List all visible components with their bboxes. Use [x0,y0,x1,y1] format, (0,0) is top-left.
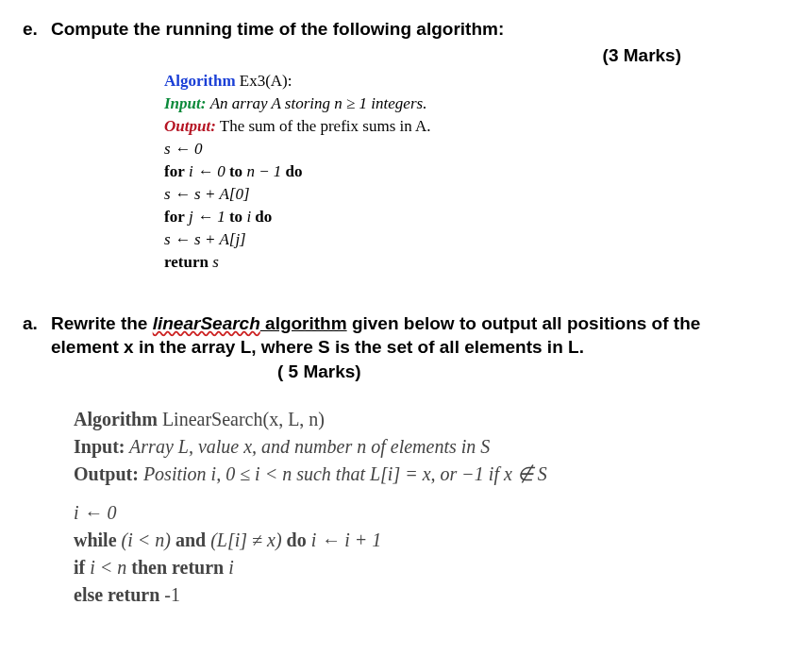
algo-line-s0: s ← 0 [164,139,762,160]
algo-line-for-i: for i ← 0 to n − 1 do [164,161,762,183]
algo-title-kw: Algorithm [164,72,236,90]
algo-output: Output: The sum of the prefix sums in A. [164,116,762,138]
question-e: e. Compute the running time of the follo… [23,17,762,42]
output-kw: Output: [164,117,216,135]
algo-title-name: Ex3(A): [240,72,292,90]
question-a: a. Rewrite the linearSearch algorithm gi… [23,311,762,405]
ls-input: Input: Array L, value x, and number n of… [74,434,762,460]
algo-input: Input: An array A storing n ≥ 1 integers… [164,93,762,115]
ls-line-while: while (i < n) and (L[i] ≠ x) do i ← i + … [74,528,762,553]
wavy-word: linearSearch [153,313,260,333]
question-e-marks: (3 Marks) [23,43,762,68]
ls-line-if: if i < n then return i [74,555,762,580]
algo-line-sA0: s ← s + A[0] [164,184,762,206]
algo-title: Algorithm Ex3(A): [164,71,762,92]
algo-line-return: return s [164,252,762,274]
ls-line-else: else return -1 [74,582,762,608]
question-a-label: a. [23,311,51,336]
question-a-text: Rewrite the linearSearch algorithm given… [51,311,762,384]
algorithm-linearsearch: Algorithm LinearSearch(x, L, n) Input: A… [74,407,762,608]
input-kw: Input: [164,94,206,112]
question-a-marks: ( 5 Marks) [277,360,361,384]
question-e-label: e. [23,17,51,42]
algo-line-sAj: s ← s + A[j] [164,229,762,251]
ls-output: Output: Position i, 0 ≤ i < n such that … [74,462,762,487]
question-e-text: Compute the running time of the followin… [51,17,762,42]
output-text: The sum of the prefix sums in A. [220,117,431,135]
input-text: An array A storing n ≥ 1 integers. [210,94,427,112]
ls-title: Algorithm LinearSearch(x, L, n) [74,407,762,432]
algorithm-ex3: Algorithm Ex3(A): Input: An array A stor… [164,71,762,273]
ls-line-i0: i ← 0 [74,500,762,526]
algo-line-for-j: for j ← 1 to i do [164,207,762,228]
